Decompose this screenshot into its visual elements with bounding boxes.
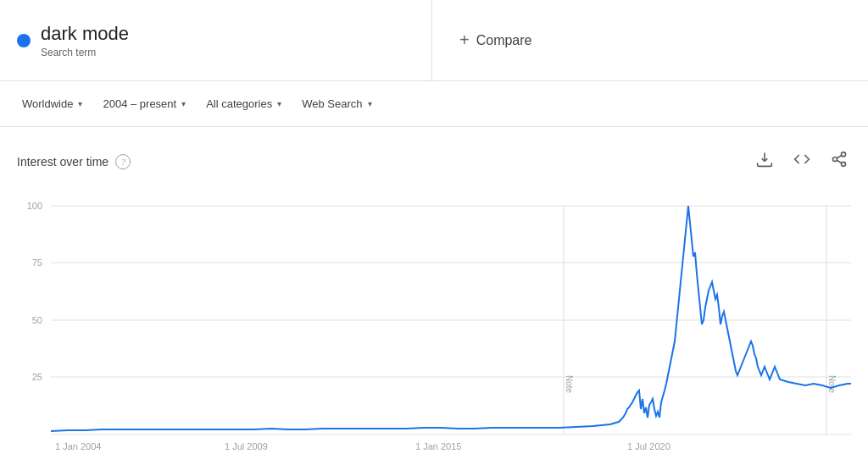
category-chevron: ▾ xyxy=(277,99,281,108)
share-icon[interactable] xyxy=(827,147,851,175)
svg-line-3 xyxy=(837,160,842,163)
term-dot xyxy=(17,34,31,47)
region-filter[interactable]: Worldwide ▾ xyxy=(14,92,91,115)
chart-section: Interest over time ? xyxy=(0,127,868,454)
svg-point-0 xyxy=(842,152,846,157)
compare-label: Compare xyxy=(476,33,532,48)
filters-bar: Worldwide ▾ 2004 – present ▾ All categor… xyxy=(0,81,868,127)
time-label: 2004 – present xyxy=(103,97,176,110)
chart-header: Interest over time ? xyxy=(0,141,868,182)
time-chevron: ▾ xyxy=(181,99,186,108)
region-label: Worldwide xyxy=(22,97,73,110)
svg-text:1 Jan 2015: 1 Jan 2015 xyxy=(415,441,461,451)
chart-container: 100 75 50 25 Note Note 1 Jan 2004 1 Jul … xyxy=(17,189,851,454)
chart-line xyxy=(51,206,851,431)
svg-text:Note: Note xyxy=(565,375,574,394)
plus-icon: + xyxy=(459,30,470,50)
svg-text:1 Jul 2009: 1 Jul 2009 xyxy=(225,441,268,451)
svg-line-4 xyxy=(837,155,842,158)
svg-point-1 xyxy=(833,158,837,162)
svg-text:25: 25 xyxy=(32,372,42,382)
svg-text:100: 100 xyxy=(27,201,42,211)
svg-text:1 Jul 2020: 1 Jul 2020 xyxy=(627,441,670,451)
region-chevron: ▾ xyxy=(78,99,82,108)
term-info: dark mode Search term xyxy=(41,23,129,58)
time-filter[interactable]: 2004 – present ▾ xyxy=(94,92,194,115)
svg-point-2 xyxy=(842,162,846,166)
download-icon[interactable] xyxy=(753,147,776,175)
svg-text:1 Jan 2004: 1 Jan 2004 xyxy=(55,441,101,451)
svg-text:50: 50 xyxy=(32,315,42,325)
header: dark mode Search term + Compare xyxy=(0,0,868,81)
svg-text:75: 75 xyxy=(32,257,42,268)
category-label: All categories xyxy=(206,97,272,110)
chart-svg: 100 75 50 25 Note Note 1 Jan 2004 1 Jul … xyxy=(17,189,851,454)
compare-section: + Compare xyxy=(432,10,868,70)
search-type-label: Web Search xyxy=(302,97,362,110)
svg-text:Note: Note xyxy=(827,375,837,394)
category-filter[interactable]: All categories ▾ xyxy=(198,92,290,115)
search-type-filter[interactable]: Web Search ▾ xyxy=(293,92,380,115)
term-name: dark mode xyxy=(41,23,129,45)
compare-button[interactable]: + Compare xyxy=(453,24,539,57)
search-term-section: dark mode Search term xyxy=(0,0,432,80)
code-icon[interactable] xyxy=(790,147,814,175)
term-type: Search term xyxy=(41,47,129,58)
search-type-chevron: ▾ xyxy=(368,99,372,108)
chart-title: Interest over time xyxy=(17,155,108,169)
help-icon[interactable]: ? xyxy=(115,154,131,169)
chart-title-row: Interest over time ? xyxy=(17,154,131,169)
chart-actions xyxy=(753,147,851,175)
